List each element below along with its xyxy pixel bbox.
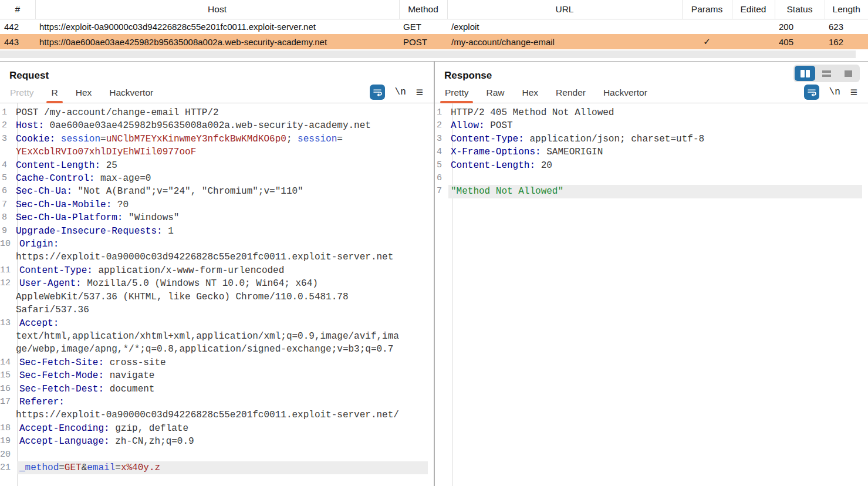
editor-line: 7Sec-Ch-Ua-Mobile: ?0 bbox=[0, 198, 434, 211]
line-content: Safari/537.36 bbox=[13, 303, 428, 316]
table-cell: 162 bbox=[825, 34, 868, 49]
editor-line: 9Upgrade-Insecure-Requests: 1 bbox=[0, 225, 434, 238]
history-horizontal-scrollbar[interactable] bbox=[0, 50, 868, 59]
editor-line: 12User-Agent: Mozilla/5.0 (Windows NT 10… bbox=[0, 277, 434, 290]
history-row-442[interactable]: 442https://exploit-0a90000c03d94226828c5… bbox=[0, 19, 868, 34]
wrap-icon[interactable] bbox=[370, 85, 385, 100]
column-header-params[interactable]: Params bbox=[682, 0, 732, 19]
line-number: 2 bbox=[0, 119, 13, 132]
line-number: 21 bbox=[0, 461, 17, 474]
editor-line: 17Referer: bbox=[0, 396, 434, 409]
line-number: 7 bbox=[435, 185, 448, 198]
proxy-history-table: #HostMethodURLParamsEditedStatusLength 4… bbox=[0, 0, 868, 49]
line-content: Origin: bbox=[17, 238, 428, 251]
request-tab-hackvertor[interactable]: Hackvertor bbox=[100, 83, 162, 103]
single-view-button[interactable] bbox=[838, 66, 859, 81]
line-number bbox=[0, 330, 13, 343]
response-tab-render[interactable]: Render bbox=[547, 83, 595, 103]
request-tabbar: PrettyRHexHackvertor \n ≡ bbox=[0, 83, 434, 103]
table-cell: /my-account/change-email bbox=[447, 34, 682, 49]
line-number: 5 bbox=[435, 159, 448, 172]
column-header-edited[interactable]: Edited bbox=[732, 0, 775, 19]
line-number: 15 bbox=[0, 369, 17, 382]
response-editor[interactable]: 1HTTP/2 405 Method Not Allowed2Allow: PO… bbox=[435, 103, 868, 486]
line-content: Sec-Ch-Ua-Platform: "Windows" bbox=[13, 211, 428, 224]
editor-line: 19Accept-Language: zh-CN,zh;q=0.9 bbox=[0, 435, 434, 448]
response-tab-hex[interactable]: Hex bbox=[514, 83, 548, 103]
editor-line: 20 bbox=[0, 448, 434, 461]
line-content: Sec-Fetch-Dest: document bbox=[17, 383, 428, 396]
line-number: 13 bbox=[0, 317, 17, 330]
editor-line: 4X-Frame-Options: SAMEORIGIN bbox=[435, 146, 868, 158]
message-editor-split: Request PrettyRHexHackvertor \n ≡ 1POS bbox=[0, 61, 868, 486]
line-number bbox=[0, 303, 13, 316]
line-content: Accept-Language: zh-CN,zh;q=0.9 bbox=[17, 435, 428, 448]
line-content: Sec-Ch-Ua-Mobile: ?0 bbox=[13, 198, 428, 211]
editor-line: 10Origin: bbox=[0, 238, 434, 251]
line-number: 20 bbox=[0, 448, 17, 461]
table-cell bbox=[682, 19, 732, 34]
editor-line: 6Sec-Ch-Ua: "Not A(Brand";v="24", "Chrom… bbox=[0, 185, 434, 198]
column-header-length[interactable]: Length bbox=[825, 0, 868, 19]
column-header-status[interactable]: Status bbox=[775, 0, 825, 19]
table-cell bbox=[732, 34, 775, 49]
line-content: YExXcblRVIo07xhlDIyEhWIil0977ooF bbox=[13, 146, 428, 158]
response-tab-pretty[interactable]: Pretty bbox=[436, 83, 477, 103]
column-header-[interactable]: # bbox=[0, 0, 35, 19]
column-header-url[interactable]: URL bbox=[447, 0, 682, 19]
table-cell: https://exploit-0a90000c03d94226828c55e2… bbox=[35, 19, 399, 34]
response-editor-tools: \n ≡ bbox=[804, 85, 857, 100]
response-tab-raw[interactable]: Raw bbox=[477, 83, 513, 103]
editor-line: 13Accept: bbox=[0, 317, 434, 330]
rows-view-button[interactable] bbox=[816, 66, 837, 81]
line-content: _method=GET&email=x%40y.z bbox=[17, 461, 428, 474]
line-number: 9 bbox=[0, 225, 13, 238]
line-number: 3 bbox=[435, 133, 448, 146]
menu-icon[interactable]: ≡ bbox=[416, 86, 423, 98]
request-editor[interactable]: 1POST /my-account/change-email HTTP/22Ho… bbox=[0, 103, 434, 486]
editor-line: 6 bbox=[435, 172, 868, 185]
editor-line: 16Sec-Fetch-Dest: document bbox=[0, 383, 434, 396]
line-number: 14 bbox=[0, 356, 17, 369]
layout-view-toggle bbox=[793, 65, 860, 82]
line-number bbox=[0, 409, 13, 421]
editor-line: 18Accept-Encoding: gzip, deflate bbox=[0, 422, 434, 435]
line-content: Sec-Fetch-Site: cross-site bbox=[17, 356, 428, 369]
line-number: 1 bbox=[435, 106, 448, 119]
newline-icon[interactable]: \n bbox=[829, 87, 840, 97]
table-cell: 443 bbox=[0, 34, 35, 49]
history-header-row: #HostMethodURLParamsEditedStatusLength bbox=[0, 0, 868, 19]
line-content: Allow: POST bbox=[448, 119, 862, 132]
line-content: HTTP/2 405 Method Not Allowed bbox=[448, 106, 862, 119]
menu-icon[interactable]: ≡ bbox=[850, 86, 857, 98]
editor-line: Safari/537.36 bbox=[0, 303, 434, 316]
columns-view-button[interactable] bbox=[795, 66, 815, 81]
response-panel: Response PrettyRawHexRenderHackvertor \n… bbox=[435, 62, 868, 486]
column-header-host[interactable]: Host bbox=[35, 0, 399, 19]
line-number: 6 bbox=[0, 185, 13, 198]
line-number bbox=[0, 251, 13, 264]
line-content: Referer: bbox=[17, 396, 428, 409]
editor-line: 11Content-Type: application/x-www-form-u… bbox=[0, 264, 434, 277]
editor-line: 3Cookie: session=uNClbM7EYxKinwmeY3nfckB… bbox=[0, 133, 434, 146]
request-tab-pretty[interactable]: Pretty bbox=[1, 83, 42, 103]
line-number: 6 bbox=[435, 172, 448, 185]
request-tab-hex[interactable]: Hex bbox=[67, 83, 101, 103]
table-cell: POST bbox=[399, 34, 447, 49]
line-number bbox=[0, 343, 13, 356]
history-row-443[interactable]: 443https://0ae600ae03ae425982b95635008a0… bbox=[0, 34, 868, 49]
scrollbar-thumb[interactable] bbox=[0, 50, 856, 58]
newline-icon[interactable]: \n bbox=[395, 87, 406, 97]
line-number: 18 bbox=[0, 422, 17, 435]
response-tab-hackvertor[interactable]: Hackvertor bbox=[595, 83, 656, 103]
line-content: X-Frame-Options: SAMEORIGIN bbox=[448, 146, 862, 158]
line-content: Host: 0ae600ae03ae425982b95635008a002a.w… bbox=[13, 119, 428, 132]
line-content: text/html,application/xhtml+xml,applicat… bbox=[13, 330, 428, 343]
editor-line: 1HTTP/2 405 Method Not Allowed bbox=[435, 106, 868, 119]
column-header-method[interactable]: Method bbox=[399, 0, 447, 19]
line-content: "Method Not Allowed" bbox=[448, 185, 862, 198]
editor-line: https://exploit-0a90000c03d94226828c55e2… bbox=[0, 409, 434, 421]
request-tab-r[interactable]: R bbox=[42, 83, 66, 103]
editor-line: https://exploit-0a90000c03d94226828c55e2… bbox=[0, 251, 434, 264]
wrap-icon[interactable] bbox=[804, 85, 819, 100]
